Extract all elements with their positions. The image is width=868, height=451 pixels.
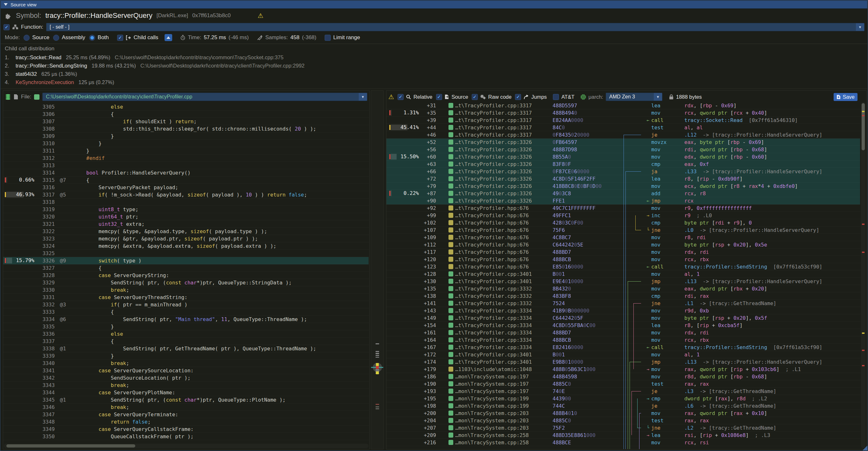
- source-line[interactable]: 3347 case ServerQueryTerminate:: [3, 411, 369, 418]
- titlebar[interactable]: Source view: [1, 1, 867, 9]
- save-button[interactable]: Save: [834, 93, 858, 101]
- asm-row[interactable]: +200…mon\TracySystem.cpp:203488B4010movr…: [386, 410, 860, 417]
- source-line[interactable]: 3308 std::this_thread::sleep_for( std::c…: [3, 125, 369, 132]
- source-line[interactable]: 3333 {: [3, 308, 369, 315]
- asm-row[interactable]: +46…t\TracyProfiler.cpp:33170F8435020000…: [386, 131, 860, 139]
- source-line[interactable]: 3329 SendString( ptr, (const char*)ptr, …: [3, 279, 369, 286]
- resize-grip[interactable]: [863, 446, 867, 450]
- radio-icon[interactable]: [89, 35, 95, 41]
- asm-row[interactable]: 15.50%+60…t\TracyProfiler.cpp:33268B55A0…: [386, 153, 860, 160]
- asm-row[interactable]: +52…t\TracyProfiler.cpp:33260FB64597movz…: [386, 139, 860, 146]
- child-calls-checkbox[interactable]: ✓ Child calls: [117, 34, 158, 41]
- asm-row[interactable]: +216…mon\TracySystem.cpp:258488BCEmovrcx…: [386, 439, 860, 446]
- child-call-row[interactable]: 3.stat64i32625 μs (1.36%): [5, 70, 865, 78]
- vertical-scrollbar[interactable]: [861, 102, 865, 448]
- asm-row[interactable]: +149…t\TracyProfiler.cpp:3334C64424205Fm…: [386, 314, 860, 322]
- source-line[interactable]: 46.93%3317@5 if( !m_sock->Read( &payload…: [3, 191, 369, 199]
- child-calls-collapse-button[interactable]: [164, 34, 172, 41]
- source-line[interactable]: 0.66%3315@7{: [3, 176, 369, 184]
- source-line[interactable]: 3338@1 SendString( ptr, GetThreadName( p…: [3, 345, 369, 352]
- source-line[interactable]: 3322 memcpy( &type, &payload.type, sizeo…: [3, 228, 369, 235]
- asm-row[interactable]: 1.31%+35…t\TracyProfiler.cpp:3317488B494…: [386, 109, 860, 117]
- asm-row[interactable]: +63…t\TracyProfiler.cpp:332683F80Fcmpeax…: [386, 160, 860, 168]
- asm-row[interactable]: +204…mon\TracySystem.cpp:2034885C0testra…: [386, 417, 860, 424]
- asm-row[interactable]: +207…mon\TracySystem.cpp:20375F2└jne.L2 …: [386, 424, 860, 431]
- source-line[interactable]: 3335 }: [3, 323, 369, 330]
- asm-row[interactable]: +143…t\TracyProfiler.cpp:333441B90B00000…: [386, 307, 860, 314]
- source-line[interactable]: 3327 {: [3, 264, 369, 272]
- checkbox-icon[interactable]: ✓: [117, 35, 123, 41]
- chevron-down-icon[interactable]: ▼: [856, 23, 864, 31]
- asm-row[interactable]: +112…t\TracyProfiler.hpp:676C64424205Emo…: [386, 241, 860, 248]
- source-line[interactable]: 3321 uint32_t extra;: [3, 220, 369, 228]
- asm-row[interactable]: +66…t\TracyProfiler.cpp:33260F87CE060000…: [386, 168, 860, 175]
- function-select[interactable]: [ - self - ] ▼: [46, 23, 865, 31]
- source-line[interactable]: 3306 {: [3, 111, 369, 118]
- source-line[interactable]: 3334@6 SendString( ptr, "Main thread", 1…: [3, 315, 369, 323]
- asm-row[interactable]: +109…t\TracyProfiler.hpp:6764C8BC7movr8,…: [386, 234, 860, 241]
- source-checkbox[interactable]: ✓ Source: [436, 94, 468, 100]
- checkbox-icon[interactable]: ✓: [515, 94, 521, 100]
- source-line[interactable]: 3342 SendSourceLocation( ptr );: [3, 374, 369, 382]
- source-line[interactable]: 3311}: [3, 147, 369, 154]
- asm-row[interactable]: +130…t\TracyProfiler.cpp:3401E9E4010000j…: [386, 278, 860, 285]
- child-call-row[interactable]: 1.tracy::Socket::Read25.25 ms (54.89%)C:…: [5, 53, 865, 61]
- asm-row[interactable]: +193…mon\TracySystem.cpp:197740Eje.L3 ->…: [386, 388, 860, 395]
- asm-row[interactable]: +164…t\TracyProfiler.cpp:3334488BCBmovrc…: [386, 336, 860, 344]
- chevron-down-icon[interactable]: ▼: [359, 93, 367, 101]
- source-line[interactable]: 3307 if( shouldExit ) return;: [3, 118, 369, 125]
- mode-radio-both[interactable]: Both: [89, 34, 109, 41]
- source-line[interactable]: 3309 }: [3, 132, 369, 140]
- source-line[interactable]: 3316 ServerQueryPacket payload;: [3, 184, 369, 191]
- source-line[interactable]: 3348 return false;: [3, 418, 369, 425]
- raw-code-checkbox[interactable]: ✓ Raw code: [472, 94, 512, 100]
- asm-row[interactable]: +195…mon\TracySystem.cpp:199443900→cmpdw…: [386, 395, 860, 402]
- asm-row[interactable]: +141…t\TracyProfiler.cpp:33327524jne.L1 …: [386, 300, 860, 307]
- source-line[interactable]: 3341 case ServerQuerySourceLocation:: [3, 367, 369, 374]
- asm-row[interactable]: +190…mon\TracySystem.cpp:1974885C0testra…: [386, 380, 860, 388]
- att-checkbox[interactable]: ✓ AT&T: [553, 94, 575, 100]
- file-select[interactable]: C:\Users\wolf\Desktop\darkrl\contrib\tra…: [42, 93, 367, 101]
- asm-row[interactable]: +90…t\TracyProfiler.cpp:3326FFE1←jmprcx: [386, 197, 860, 205]
- source-line[interactable]: 3312#endif: [3, 154, 369, 162]
- scrollbar-thumb[interactable]: [862, 103, 865, 150]
- asm-row[interactable]: +128…t\TracyProfiler.cpp:3401B001moval, …: [386, 270, 860, 278]
- scrollbar-thumb[interactable]: [6, 444, 135, 448]
- radio-icon[interactable]: [53, 35, 59, 41]
- chevron-down-icon[interactable]: ▼: [654, 93, 662, 101]
- asm-row[interactable]: +135…t\TracyProfiler.cpp:33328B4320movea…: [386, 285, 860, 292]
- checkbox-icon[interactable]: ✓: [472, 94, 478, 100]
- source-line[interactable]: 3310 }: [3, 140, 369, 147]
- asm-row[interactable]: +161…t\TracyProfiler.cpp:3334488BD7movrd…: [386, 329, 860, 336]
- source-line[interactable]: 3320 uint64_t ptr;: [3, 213, 369, 220]
- source-line[interactable]: 3337 {: [3, 338, 369, 345]
- radio-icon[interactable]: [24, 35, 30, 41]
- asm-row[interactable]: +154…t\TracyProfiler.cpp:33344C8D055FBA0…: [386, 322, 860, 329]
- asm-row[interactable]: 0.22%+87…t\TracyProfiler.cpp:33264903C8a…: [386, 190, 860, 197]
- source-line[interactable]: 3344 case ServerQueryPlotName:: [3, 389, 369, 396]
- source-minimap[interactable]: [371, 90, 383, 449]
- asm-row[interactable]: +107…t\TracyProfiler.hpp:67675F6└jne.L0 …: [386, 227, 860, 234]
- source-line[interactable]: 3339 }: [3, 352, 369, 360]
- source-line[interactable]: 3305 else: [3, 103, 369, 111]
- source-line[interactable]: 3324 memcpy( &extra, &payload.extra, siz…: [3, 242, 369, 250]
- asm-row[interactable]: 45.41%+44…t\TracyProfiler.cpp:331784C0te…: [386, 124, 860, 131]
- source-line[interactable]: 3345@1 SendString( ptr, (const char*)ptr…: [3, 396, 369, 403]
- asm-row[interactable]: +174…t\TracyProfiler.cpp:3401E9B8010000j…: [386, 358, 860, 366]
- source-line[interactable]: 3313: [3, 162, 369, 169]
- source-line[interactable]: 3331 case ServerQueryThreadString:: [3, 294, 369, 301]
- source-line[interactable]: 3323 memcpy( &ptr, &payload.ptr, sizeof(…: [3, 235, 369, 242]
- mode-radio-assembly[interactable]: Assembly: [53, 34, 85, 41]
- function-checkbox[interactable]: ✓: [3, 24, 9, 30]
- source-line[interactable]: 15.79%3326@9 switch( type ): [3, 257, 369, 264]
- asm-row[interactable]: +92…t\TracyProfiler.hpp:67649C7C1FFFFFFF…: [386, 205, 860, 212]
- checkbox-icon[interactable]: ✓: [553, 94, 559, 100]
- asm-row[interactable]: +72…t\TracyProfiler.cpp:33264C8D05F146F2…: [386, 175, 860, 182]
- source-line[interactable]: 3328 case ServerQueryString:: [3, 272, 369, 279]
- source-line[interactable]: 3343 break;: [3, 382, 369, 389]
- source-line[interactable]: 3350 QueueCallstackFrame( ptr );: [3, 433, 369, 440]
- source-line[interactable]: 3346 break;: [3, 403, 369, 411]
- source-line[interactable]: 3336 else: [3, 330, 369, 338]
- source-line[interactable]: 3340 break;: [3, 360, 369, 367]
- asm-row[interactable]: +179…1103\include\atomic:1048488B05B63C1…: [386, 366, 860, 373]
